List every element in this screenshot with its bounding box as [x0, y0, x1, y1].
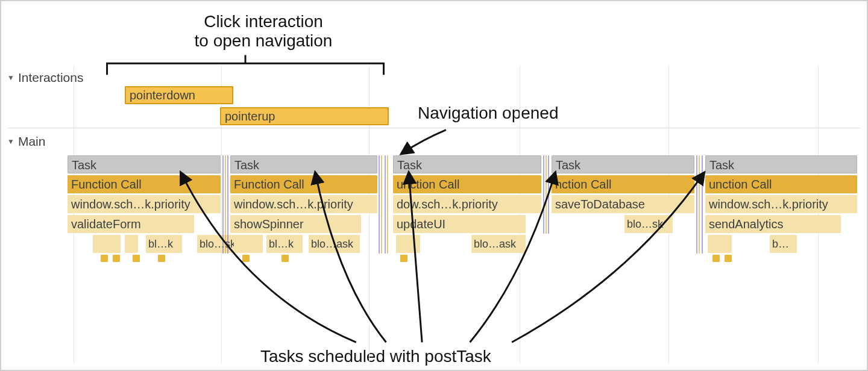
- tick: [281, 255, 289, 262]
- bar-label: validateForm: [71, 217, 141, 231]
- tick: [158, 255, 165, 262]
- bar-label: Function Call: [234, 178, 304, 191]
- function-call-2[interactable]: Function Call: [230, 175, 377, 193]
- tick: [101, 255, 108, 262]
- scheduler-2[interactable]: window.sch…k.priority: [230, 195, 377, 213]
- annotation-click-interaction: Click interaction to open navigation: [161, 12, 366, 51]
- bar-label: showSpinner: [234, 217, 304, 231]
- bar-label: window.sch…k.priority: [709, 198, 828, 211]
- task-1[interactable]: Task: [68, 155, 221, 173]
- main-track-label[interactable]: ▼ Main: [7, 134, 45, 149]
- block-5b[interactable]: b…: [770, 235, 797, 253]
- function-call-4[interactable]: nction Call: [552, 175, 694, 193]
- save-to-database[interactable]: saveToDatabase: [552, 195, 694, 213]
- bar-label: Task: [234, 158, 259, 172]
- function-call-5[interactable]: unction Call: [705, 175, 857, 193]
- block-1a[interactable]: [93, 235, 121, 253]
- show-spinner[interactable]: showSpinner: [230, 215, 361, 233]
- task-4[interactable]: Task: [552, 155, 694, 173]
- tick: [712, 255, 720, 262]
- bar-label: window.sch…k.priority: [71, 198, 190, 211]
- block-1b[interactable]: [125, 235, 138, 253]
- block-2b[interactable]: bl…k: [266, 235, 303, 253]
- block-2c[interactable]: blo…ask: [309, 235, 360, 253]
- timeline-content: ▼ Interactions ▼ Main pointerdown pointe…: [7, 65, 861, 364]
- scheduler-1[interactable]: window.sch…k.priority: [68, 195, 221, 213]
- tick: [133, 255, 140, 262]
- bar-label: Function Call: [71, 178, 142, 191]
- scheduler-5[interactable]: window.sch…k.priority: [705, 195, 857, 213]
- tick: [113, 255, 120, 262]
- block-4a[interactable]: blo…sk: [624, 215, 673, 233]
- task-3[interactable]: Task: [393, 155, 541, 173]
- task-2[interactable]: Task: [230, 155, 377, 173]
- bar-label: Task: [72, 158, 96, 172]
- bar-label: Task: [709, 158, 734, 172]
- block-5a[interactable]: [708, 235, 732, 253]
- annotation-line1: Click interaction: [161, 12, 366, 31]
- bar-label: Task: [556, 158, 580, 172]
- lane-area: pointerdown pointerup Task Function Call…: [68, 65, 858, 364]
- task-5[interactable]: Task: [705, 155, 857, 173]
- devtools-performance-diagram: Click interaction to open navigation Nav…: [0, 0, 868, 371]
- tick: [725, 255, 732, 262]
- block-1c[interactable]: bl…k: [146, 235, 182, 253]
- scheduler-3[interactable]: dow.sch…k.priority: [393, 195, 541, 213]
- bar-label: pointerdown: [130, 89, 195, 102]
- bar-label: unction Call: [709, 178, 772, 191]
- bar-label: pointerup: [225, 110, 275, 123]
- block-2a[interactable]: [234, 235, 263, 253]
- bar-label: Task: [397, 158, 422, 172]
- send-analytics[interactable]: sendAnalytics: [705, 215, 841, 233]
- function-call-3[interactable]: unction Call: [393, 175, 541, 193]
- main-label-text: Main: [18, 134, 46, 149]
- collapse-triangle-icon: ▼: [7, 137, 14, 146]
- collapse-triangle-icon: ▼: [7, 73, 14, 82]
- tick: [400, 255, 407, 262]
- bar-label: unction Call: [397, 178, 460, 191]
- block-3b[interactable]: blo…ask: [471, 235, 526, 253]
- bar-label: nction Call: [555, 178, 611, 191]
- interaction-pointerup[interactable]: pointerup: [220, 107, 389, 125]
- function-call-1[interactable]: Function Call: [68, 175, 221, 193]
- tick: [242, 255, 250, 262]
- block-3a[interactable]: [396, 235, 420, 253]
- bar-label: window.sch…k.priority: [234, 198, 353, 211]
- annotation-line2: to open navigation: [161, 31, 366, 51]
- bar-label: saveToDatabase: [555, 198, 645, 211]
- interaction-pointerdown[interactable]: pointerdown: [125, 86, 233, 104]
- update-ui[interactable]: updateUI: [393, 215, 526, 233]
- bar-label: dow.sch…k.priority: [397, 198, 498, 211]
- validate-form[interactable]: validateForm: [68, 215, 194, 233]
- bar-label: sendAnalytics: [709, 217, 783, 231]
- bar-label: updateUI: [397, 217, 445, 231]
